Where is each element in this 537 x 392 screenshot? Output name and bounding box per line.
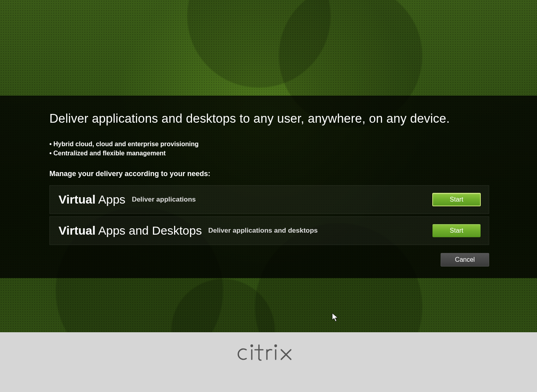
option-virtual-apps-desktops: Virtual Apps and Desktops Deliver applic… xyxy=(49,216,489,245)
start-virtual-apps-desktops-button[interactable]: Start xyxy=(432,224,481,237)
option-desc: Deliver applications xyxy=(132,196,196,204)
svg-point-7 xyxy=(251,345,253,347)
footer xyxy=(0,332,537,392)
citrix-logo xyxy=(237,339,300,367)
svg-point-8 xyxy=(274,345,277,347)
manage-prompt: Manage your delivery according to your n… xyxy=(49,170,489,178)
start-virtual-apps-button[interactable]: Start xyxy=(432,193,481,206)
bullet-item: Centralized and flexible management xyxy=(49,149,489,158)
cancel-button[interactable]: Cancel xyxy=(441,253,489,267)
option-virtual-apps: Virtual Apps Deliver applications Start xyxy=(49,185,489,214)
headline: Deliver applications and desktops to any… xyxy=(49,112,489,126)
bullet-item: Hybrid cloud, cloud and enterprise provi… xyxy=(49,139,489,149)
feature-bullets: Hybrid cloud, cloud and enterprise provi… xyxy=(49,139,489,158)
option-title: Virtual Apps and Desktops xyxy=(59,224,202,237)
main-panel: Deliver applications and desktops to any… xyxy=(0,96,537,278)
option-title: Virtual Apps xyxy=(59,193,125,206)
option-desc: Deliver applications and desktops xyxy=(208,227,318,235)
